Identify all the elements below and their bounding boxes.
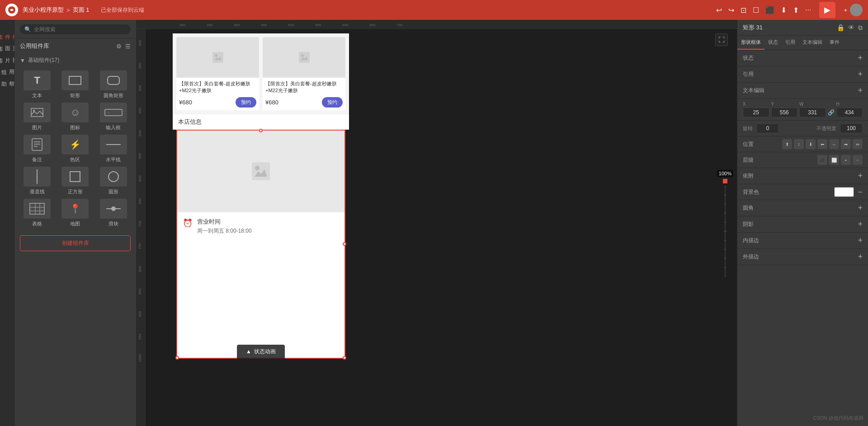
- hours-time: 周一到周五 8:00-18:00: [197, 227, 252, 235]
- comp-note-label: 备注: [32, 156, 42, 163]
- layer-down[interactable]: ▪: [841, 155, 851, 165]
- more-icon[interactable]: ···: [805, 6, 811, 14]
- avatar[interactable]: [850, 4, 863, 16]
- align-right[interactable]: ➡: [841, 139, 851, 149]
- handle-bottom-left[interactable]: [175, 356, 179, 360]
- tab-shape[interactable]: 形状框体: [737, 36, 764, 50]
- comp-vline[interactable]: 垂直线: [20, 167, 54, 195]
- preview-icon[interactable]: ☐: [753, 6, 759, 14]
- save-icon[interactable]: ⬛: [765, 6, 774, 14]
- handle-top-center[interactable]: [259, 129, 263, 132]
- bg-color-swatch[interactable]: [834, 187, 854, 197]
- align-hcenter[interactable]: ↔: [829, 139, 839, 149]
- rotate-input[interactable]: [756, 123, 779, 133]
- copy-icon[interactable]: ⧉: [858, 24, 863, 32]
- align-vcenter[interactable]: ↕: [794, 139, 804, 149]
- distribute-h[interactable]: ⇔: [853, 139, 863, 149]
- product-btn-1[interactable]: 预约: [236, 97, 256, 108]
- shadow-add-icon[interactable]: +: [858, 220, 863, 229]
- x-input[interactable]: [743, 108, 769, 117]
- user-area[interactable]: +: [844, 4, 863, 16]
- comp-rounded-rect[interactable]: 圆角矩形: [96, 70, 131, 99]
- create-library-button[interactable]: 创建组件库: [20, 235, 131, 251]
- history-icon[interactable]: ⊡: [741, 6, 746, 14]
- corner-label: 圆角: [743, 204, 754, 212]
- tab-quote[interactable]: 引用: [782, 36, 799, 50]
- comp-note[interactable]: 备注: [20, 135, 54, 163]
- quote-add-icon[interactable]: +: [858, 70, 863, 79]
- tab-state[interactable]: 状态: [764, 36, 782, 50]
- handle-right-middle[interactable]: [343, 242, 346, 246]
- comp-input[interactable]: ··· 输入框: [96, 103, 131, 131]
- visibility-icon[interactable]: 👁: [848, 24, 854, 32]
- lock-icon[interactable]: 🔒: [837, 24, 844, 32]
- bg-color-remove-icon[interactable]: −: [858, 187, 863, 197]
- clock-icon: ⏰: [183, 218, 193, 228]
- undo-icon[interactable]: ↩: [716, 6, 722, 14]
- w-input[interactable]: [799, 108, 826, 117]
- download-icon[interactable]: ⬇: [781, 6, 787, 14]
- y-input[interactable]: [771, 108, 798, 117]
- corner-add-icon[interactable]: +: [858, 203, 863, 213]
- align-bottom[interactable]: ⬇: [806, 139, 816, 149]
- align-top[interactable]: ⬆: [782, 139, 792, 149]
- comp-map[interactable]: 📍 地图: [58, 199, 92, 227]
- section-title[interactable]: ▼ 基础组件(17): [14, 54, 136, 67]
- svg-rect-13: [70, 172, 80, 182]
- inner-border-add-icon[interactable]: +: [858, 236, 863, 245]
- library-title: 公用组件库: [20, 42, 49, 50]
- align-left[interactable]: ⬅: [817, 139, 827, 149]
- layer-top[interactable]: ⬛: [817, 155, 827, 165]
- fullscreen-button[interactable]: ⛶: [715, 33, 728, 46]
- svg-text:650: 650: [138, 198, 142, 204]
- play-button[interactable]: ▶: [819, 2, 835, 18]
- text-edit-add-icon[interactable]: +: [858, 86, 863, 95]
- settings-icon[interactable]: ⚙: [116, 43, 122, 50]
- tab-text-edit[interactable]: 文本编辑: [799, 36, 826, 50]
- menu-icon[interactable]: ☰: [125, 43, 131, 50]
- search-input[interactable]: [34, 26, 126, 33]
- hline-icon: [100, 135, 127, 154]
- state-add-icon[interactable]: +: [858, 53, 863, 63]
- opacity-input[interactable]: [840, 123, 863, 133]
- element-header: 矩形 31 🔒 👁 ⧉: [737, 20, 868, 36]
- text-icon: T: [24, 70, 51, 90]
- app-logo[interactable]: [5, 4, 18, 16]
- product-cards: 【限首次】美白套餐-超皮秒嫩肤+M22光子嫩肤 ¥680 预约 【限首次】美白套…: [173, 33, 349, 114]
- svg-point-14: [108, 172, 118, 182]
- comp-vline-label: 垂直线: [30, 188, 45, 195]
- image-icon: [24, 103, 51, 122]
- tab-event[interactable]: 事件: [826, 36, 843, 50]
- search-bar[interactable]: 🔍: [20, 24, 131, 34]
- element-name: 矩形 31: [743, 23, 763, 32]
- comp-image[interactable]: 图片: [20, 103, 54, 131]
- svg-text:300: 300: [138, 40, 142, 46]
- comp-slider[interactable]: 滑块: [96, 199, 131, 227]
- search-area: 🔍: [14, 20, 136, 38]
- page-name[interactable]: 页面 1: [73, 6, 90, 14]
- store-section-selected[interactable]: ⏰ 营业时间 周一到周五 8:00-18:00: [176, 130, 345, 359]
- comp-square[interactable]: 正方形: [58, 167, 92, 195]
- comp-circle[interactable]: 圆形: [96, 167, 131, 195]
- link-icon[interactable]: 🔗: [828, 109, 835, 116]
- outer-border-add-icon[interactable]: +: [858, 252, 863, 262]
- comp-hotzone[interactable]: ⚡ 热区: [58, 135, 92, 163]
- comp-rect[interactable]: 矩形: [58, 70, 92, 99]
- share-icon[interactable]: ⬆: [793, 6, 799, 14]
- handle-bottom-right[interactable]: [343, 356, 346, 360]
- zoom-ruler: 100%: [717, 170, 733, 276]
- comp-hline[interactable]: 水平线: [96, 135, 131, 163]
- comp-map-label: 地图: [70, 220, 80, 227]
- h-input[interactable]: [836, 108, 863, 117]
- comp-table[interactable]: 表格: [20, 199, 54, 227]
- layer-up[interactable]: ⬜: [829, 155, 839, 165]
- attach-add-icon[interactable]: +: [858, 171, 863, 181]
- comp-icon-item[interactable]: ☺ 图标: [58, 103, 92, 131]
- comp-text[interactable]: T 文本: [20, 70, 54, 99]
- layer-bottom[interactable]: ▫: [853, 155, 863, 165]
- product-title-1: 【限首次】美白套餐-超皮秒嫩肤+M22光子嫩肤: [179, 80, 256, 94]
- redo-icon[interactable]: ↪: [728, 6, 734, 14]
- product-btn-2[interactable]: 预约: [322, 97, 343, 108]
- state-animation-bar[interactable]: ▲ 状态动画: [237, 345, 285, 359]
- product-price-1: ¥680: [179, 99, 192, 106]
